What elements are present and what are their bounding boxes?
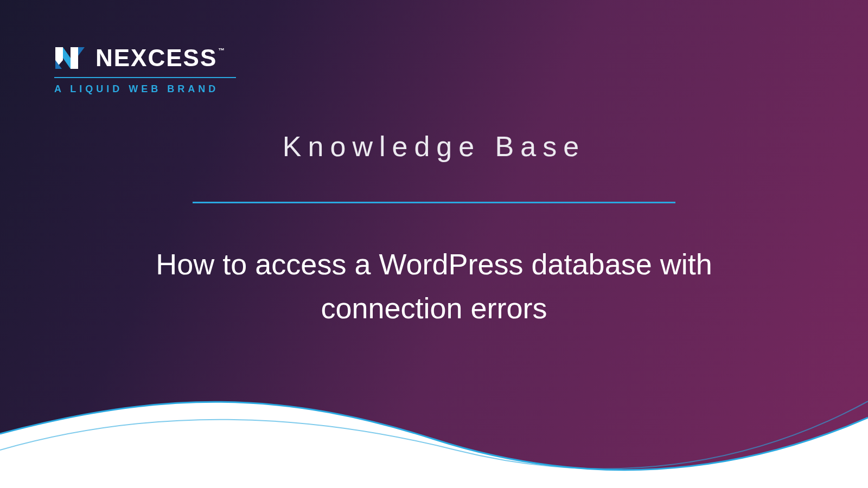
content-block: Knowledge Base How to access a WordPress… (0, 130, 868, 330)
section-label: Knowledge Base (0, 130, 868, 163)
brand-wordmark: NEXCESS™ (95, 44, 225, 72)
trademark-symbol: ™ (218, 47, 226, 54)
brand-subline: A LIQUID WEB BRAND (54, 84, 236, 95)
article-title: How to access a WordPress database with … (0, 242, 868, 330)
section-divider (193, 202, 675, 203)
wave-decoration (0, 369, 868, 488)
brand-logo-block: NEXCESS™ A LIQUID WEB BRAND (54, 44, 236, 95)
brand-wordmark-text: NEXCESS (95, 44, 217, 71)
brand-logo-icon (54, 46, 86, 70)
brand-divider (54, 77, 236, 78)
brand-logo-row: NEXCESS™ (54, 44, 236, 72)
